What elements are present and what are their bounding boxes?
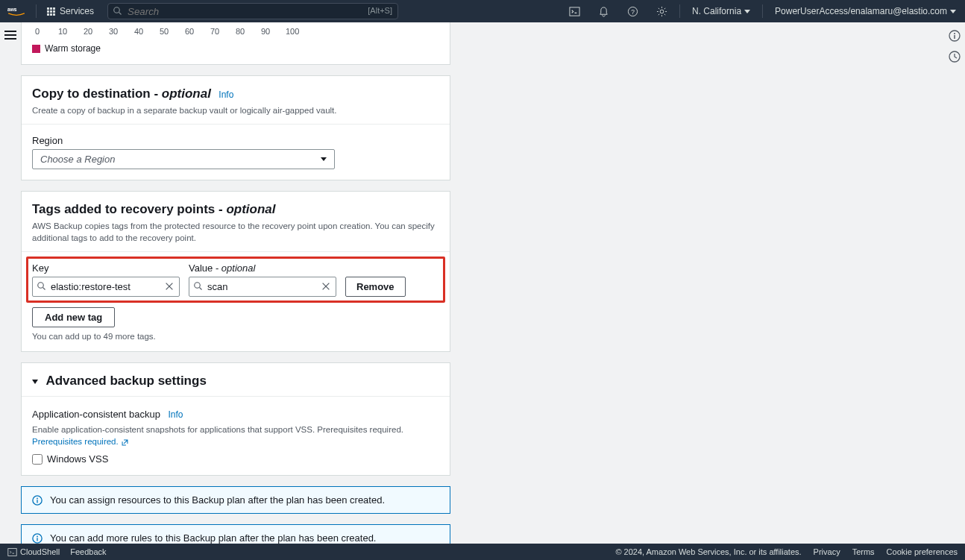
user-menu[interactable]: PowerUserAccess/enalamaru@elastio.com [766,6,965,16]
services-grid-icon [47,7,55,16]
top-nav: aws Services [Alt+S] ? N. California Pow… [0,0,965,22]
prerequisites-link[interactable]: Prerequisites required. [32,437,119,446]
panel-title: Advanced backup settings [45,374,206,388]
search-input[interactable] [107,3,398,19]
search-icon [37,282,46,291]
user-label: PowerUserAccess/enalamaru@elastio.com [775,6,947,16]
panel-description: Create a copy of backup in a separate ba… [32,104,439,116]
help-icon[interactable]: ? [618,6,647,17]
search-icon [194,282,203,291]
windows-vss-checkbox[interactable]: Windows VSS [32,453,439,465]
advanced-toggle[interactable]: Advanced backup settings [22,363,450,397]
privacy-link[interactable]: Privacy [814,547,840,556]
chevron-down-icon [32,380,38,384]
info-icon [32,495,43,506]
info-alert-assign: You can assign resources to this Backup … [21,486,450,514]
svg-point-14 [38,283,44,289]
main-content: 0102030405060708090100 Warm storage Copy… [21,22,944,544]
right-rail [949,30,961,63]
copyright: © 2024, Amazon Web Services, Inc. or its… [615,547,801,556]
svg-line-2 [119,13,122,15]
info-alert-rules: You can add more rules to this Backup pl… [21,524,450,544]
svg-point-11 [954,33,955,34]
x-axis-ticks: 0102030405060708090100 [32,27,439,36]
vss-checkbox-input[interactable] [32,454,43,465]
svg-point-23 [37,497,38,499]
cloudshell-link[interactable]: CloudShell [7,547,60,557]
tags-helper: You can add up to 49 more tags. [32,332,439,341]
region-select[interactable]: Choose a Region [32,149,335,169]
legend-swatch [32,45,40,53]
copy-to-destination-panel: Copy to destination - optional Info Crea… [21,75,450,180]
info-link[interactable]: Info [219,89,233,100]
tag-key-input[interactable] [32,277,180,297]
services-label: Services [60,6,94,16]
chevron-down-icon [321,157,327,161]
svg-point-1 [114,7,120,13]
add-new-tag-button[interactable]: Add new tag [32,307,115,327]
cookie-prefs-link[interactable]: Cookie preferences [887,547,958,556]
legend-warm-storage: Warm storage [32,43,439,54]
svg-point-18 [195,283,201,289]
settings-icon[interactable] [647,6,676,17]
panel-description: AWS Backup copies tags from the protecte… [32,220,439,244]
svg-text:?: ? [631,7,635,15]
key-label: Key [32,262,180,274]
advanced-description: Enable application-consistent snapshots … [32,424,439,447]
panel-title: Tags added to recovery points - optional [32,202,276,216]
tags-panel: Tags added to recovery points - optional… [21,191,450,352]
clear-icon[interactable] [321,281,331,292]
highlighted-tag-row: Key Value - optional [26,257,445,303]
alert-text: You can assign resources to this Backup … [50,494,385,506]
panel-title: Copy to destination - optional [32,86,211,101]
svg-point-26 [37,535,38,537]
info-panel-icon[interactable] [949,30,961,42]
notifications-icon[interactable] [589,6,618,17]
feedback-link[interactable]: Feedback [70,547,106,556]
global-search[interactable]: [Alt+S] [107,3,398,19]
alert-text: You can add more rules to this Backup pl… [50,532,376,544]
sidebar-toggle[interactable] [4,30,16,42]
cloudshell-icon[interactable] [560,6,589,17]
legend-label: Warm storage [45,43,101,54]
chevron-down-icon [744,10,750,13]
chevron-down-icon [950,10,956,13]
app-consistent-title: Application-consistent backup [32,409,160,420]
svg-text:aws: aws [7,7,17,12]
services-button[interactable]: Services [40,6,101,16]
svg-rect-3 [570,7,579,15]
vss-label: Windows VSS [47,453,108,465]
diagnostics-icon[interactable] [949,51,961,63]
region-label: N. California [692,6,741,16]
bottom-bar: CloudShell Feedback © 2024, Amazon Web S… [0,544,965,560]
value-label: Value - optional [189,262,336,274]
region-selector[interactable]: N. California [683,6,759,16]
storage-chart-panel: 0102030405060708090100 Warm storage [21,22,450,65]
region-label: Region [32,135,439,146]
svg-point-6 [660,10,664,13]
info-link[interactable]: Info [168,409,183,420]
remove-tag-button[interactable]: Remove [345,277,406,297]
svg-rect-28 [8,548,16,556]
terms-link[interactable]: Terms [852,547,875,556]
search-icon [113,7,122,16]
aws-logo[interactable]: aws [0,5,33,18]
tag-value-input[interactable] [189,277,336,297]
advanced-settings-panel: Advanced backup settings Application-con… [21,362,450,476]
svg-line-19 [200,288,202,290]
info-icon [32,533,43,544]
svg-line-15 [43,288,45,290]
external-link-icon [121,438,129,447]
region-placeholder: Choose a Region [40,154,115,165]
clear-icon[interactable] [164,281,175,292]
search-shortcut: [Alt+S] [368,6,392,15]
